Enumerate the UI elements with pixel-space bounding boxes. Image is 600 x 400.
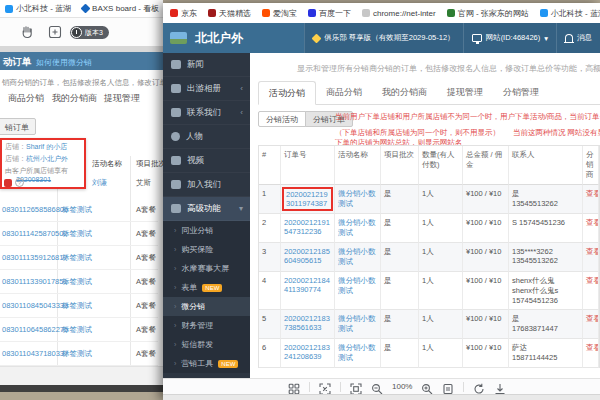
table-row: 0830111425870502标签测试A套餐	[0, 222, 158, 246]
bookmark-baidu[interactable]: 百度一下	[308, 8, 351, 19]
bookmark-baxs[interactable]: BAXS board - 看板	[82, 3, 159, 14]
tab-1[interactable]: 活动分销	[258, 81, 316, 105]
activity-link[interactable]: 标签测试	[62, 277, 92, 287]
sidebar-item-3[interactable]: 联系我们‹	[163, 101, 250, 125]
action-link[interactable]: 查看	[586, 276, 599, 285]
sidebar-item-2[interactable]: 出游相册‹	[163, 77, 250, 101]
order-link[interactable]: 20200212191547312236	[284, 218, 330, 236]
batch-cell: 是	[381, 310, 419, 339]
action-link[interactable]: 查看	[586, 343, 599, 352]
hand-tool-icon[interactable]	[20, 25, 34, 39]
order-link[interactable]: 0830110845043333	[2, 301, 68, 310]
rotate-icon[interactable]	[473, 381, 485, 393]
order-link[interactable]: 20200212183738561633	[284, 314, 330, 332]
bookmark-label: 小北科技 - 蓝湖	[16, 3, 71, 14]
site-id-menu[interactable]: 网站(ID:468426) ▾	[463, 23, 556, 53]
caret-down-icon: ▾	[544, 34, 548, 43]
tab-2[interactable]: 商品分销	[316, 81, 372, 105]
fit-width-icon[interactable]	[350, 381, 362, 393]
arrow-right-icon: ›	[174, 246, 176, 253]
activity-link[interactable]: 微分销小数测试	[338, 218, 376, 237]
sidebar-subitem-7[interactable]: ›短信群发	[163, 335, 250, 354]
amount-cell: ¥100 / ¥10	[463, 339, 509, 368]
action-link[interactable]: 查看	[586, 247, 599, 256]
activity-link[interactable]: 标签测试	[62, 349, 92, 359]
tab-3[interactable]: 我的分销商	[372, 81, 437, 105]
tab-withdraw-management[interactable]: 提现管理	[104, 92, 140, 105]
order-link[interactable]: 20200212184411390774	[284, 276, 330, 294]
tab-4[interactable]: 提现管理	[437, 81, 493, 105]
sidebar-item-1[interactable]: 新闻	[163, 53, 250, 77]
order-link[interactable]: 0830110437180337	[2, 349, 68, 358]
activity-link[interactable]: 标签测试	[62, 205, 92, 215]
tab-my-distributors[interactable]: 我的分销商	[52, 92, 97, 105]
sidebar-item-7[interactable]: 高级功能▾	[163, 197, 250, 221]
bookmark-lanhu[interactable]: 小北科技 - 蓝湖	[540, 8, 600, 19]
sidebar-subitem-4[interactable]: ›表单NEW	[163, 278, 250, 297]
jd-favicon	[170, 9, 178, 17]
bookmark-tmall[interactable]: 天猫精选	[208, 8, 251, 19]
subtab-1[interactable]: 分销活动	[258, 111, 306, 127]
table-row: 0830111339017851标签测试A套餐	[0, 270, 158, 294]
shop-link-hangzhou[interactable]: 杭州小北户外	[26, 155, 68, 162]
bookmark-page[interactable]: chrome://net-inter	[362, 9, 436, 18]
activity-link[interactable]: 微分销小数测试	[338, 314, 376, 333]
sidebar-subitem-5[interactable]: ›微分销	[163, 297, 250, 316]
fullscreen-icon[interactable]	[319, 381, 331, 393]
order-cell: 20200212183241208639	[281, 339, 335, 368]
bookmark-jd[interactable]: 京东	[170, 8, 197, 19]
how-to-use-link[interactable]: 如何使用微分销	[36, 57, 92, 68]
activity-link[interactable]: 标签测试	[62, 301, 92, 311]
toolbar-divider	[309, 382, 310, 392]
version-badge[interactable]: 版本3	[70, 26, 109, 39]
bookmark-lanhu[interactable]: 小北科技 - 蓝湖	[5, 3, 71, 14]
activity-link[interactable]: 微分销小数测试	[338, 247, 376, 266]
row-num: 4	[259, 272, 281, 310]
order-link[interactable]: 20200212183241208639	[284, 343, 330, 361]
messages-menu[interactable]: 消息	[556, 23, 600, 53]
right-window-bottom-strip	[163, 394, 600, 400]
subtab-orders-fragment[interactable]: 销订单	[0, 118, 36, 135]
sidebar-subitem-3[interactable]: ›水摩赛事大屏	[163, 259, 250, 278]
add-comment-icon[interactable]	[48, 25, 62, 39]
order-link[interactable]: 0830111339017851	[2, 277, 68, 286]
sidebar-item-5[interactable]: 视频	[163, 149, 250, 173]
first-row-activity-link[interactable]: 刘谦	[92, 178, 107, 188]
col-header-4: 项目批次	[381, 146, 419, 185]
plan-badge[interactable]: 俱乐部 尊享版（有效期至2029-05-12）	[304, 23, 462, 53]
tab-5[interactable]: 分销管理	[493, 81, 549, 105]
sidebar-subitem-6[interactable]: ›财务管理	[163, 316, 250, 335]
thumbnail-icon[interactable]	[442, 381, 454, 393]
download-icon[interactable]	[494, 381, 506, 393]
order-link[interactable]: 0830111425870502	[2, 229, 68, 238]
action-cell-truncated: 查看	[583, 310, 599, 339]
order-link[interactable]: 0830111359126817	[2, 253, 68, 262]
order-link[interactable]: 0830110645862275	[2, 325, 68, 334]
activity-link[interactable]: 标签测试	[62, 253, 92, 263]
order-link[interactable]: 20200212193011974387	[286, 190, 328, 208]
help-circle-icon[interactable]: ?	[15, 178, 24, 187]
activity-link[interactable]: 微分销小数测试	[338, 189, 376, 208]
pages-grid-icon[interactable]	[288, 381, 300, 393]
tab-goods-distribution[interactable]: 商品分销	[8, 92, 44, 105]
shop-link-sharif[interactable]: Sharif 的小店	[26, 143, 67, 150]
sidebar-subitem-1[interactable]: ›同业分销	[163, 221, 250, 240]
action-link[interactable]: 查看	[586, 314, 599, 323]
sidebar-subitem-8[interactable]: ›营销工具NEW	[163, 354, 250, 373]
bookmark-site2[interactable]: 官网 - 张家东的网站	[447, 8, 529, 19]
activity-link[interactable]: 微分销小数测试	[338, 276, 376, 295]
sidebar-subitem-2[interactable]: ›购买保险	[163, 240, 250, 259]
activity-link[interactable]: 微分销小数测试	[338, 343, 376, 362]
action-link[interactable]: 查看	[586, 218, 599, 227]
order-link[interactable]: 0830112658586806	[2, 205, 68, 214]
zoom-out-icon[interactable]	[371, 381, 383, 393]
bookmark-taobao[interactable]: 爱淘宝	[262, 8, 297, 19]
action-link[interactable]: 查看	[586, 189, 599, 198]
sidebar-item-6[interactable]: 加入我们	[163, 173, 250, 197]
order-link[interactable]: 20200212185604905615	[284, 247, 330, 265]
sidebar-item-4[interactable]: 人物	[163, 125, 250, 149]
activity-link[interactable]: 标签测试	[62, 229, 92, 239]
activity-link[interactable]: 标签测试	[62, 325, 92, 335]
zoom-in-icon[interactable]	[421, 381, 433, 393]
activity-cell: 微分销小数测试	[335, 310, 381, 339]
